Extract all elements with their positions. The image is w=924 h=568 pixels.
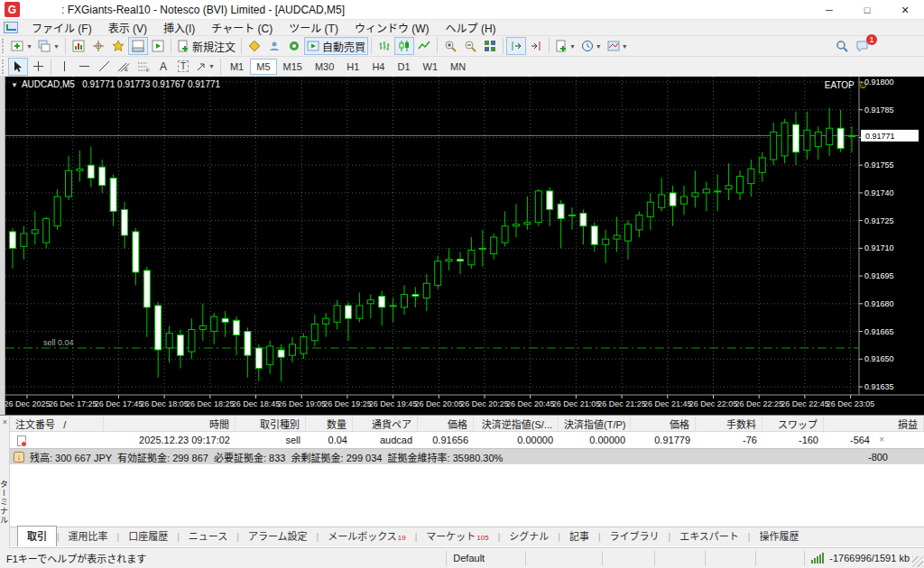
column-header-10[interactable]: スワップ xyxy=(762,417,824,431)
close-position-icon[interactable]: × xyxy=(879,435,884,444)
status-cell xyxy=(603,551,655,566)
chart-shift-button[interactable] xyxy=(526,37,546,55)
svg-text:26 Dec 22:25: 26 Dec 22:25 xyxy=(735,399,783,408)
periods-button[interactable]: ▼ xyxy=(578,37,605,55)
column-header-0[interactable]: 注文番号 / xyxy=(10,417,104,431)
toolbar-grip[interactable] xyxy=(2,60,6,74)
candlestick-chart-button[interactable] xyxy=(394,37,414,55)
notifications-icon[interactable]: 1 xyxy=(852,37,872,55)
tab-11[interactable]: 操作履歴 xyxy=(750,526,808,546)
bar-chart-button[interactable] xyxy=(374,37,394,55)
horizontal-line-tool-button[interactable] xyxy=(74,58,94,76)
line-chart-button[interactable] xyxy=(414,37,434,55)
tile-windows-button[interactable] xyxy=(480,37,500,55)
timeframe-m30-button[interactable]: M30 xyxy=(309,59,340,75)
community-button[interactable] xyxy=(264,37,284,55)
column-header-2[interactable]: 取引種別 xyxy=(236,417,306,431)
menu-item-1[interactable]: 表示 (V) xyxy=(100,19,155,36)
column-header-6[interactable]: 決済逆指値(S/... xyxy=(474,417,559,431)
strategy-tester-button[interactable] xyxy=(148,37,168,55)
menu-item-4[interactable]: ツール (T) xyxy=(281,19,346,36)
cursor-tool-button[interactable] xyxy=(8,58,28,76)
tab-1[interactable]: 運用比率 xyxy=(60,526,117,546)
column-header-5[interactable]: 価格 xyxy=(418,417,474,431)
menu-item-6[interactable]: ヘルプ (H) xyxy=(438,19,504,36)
new-chart-button[interactable]: ▼ xyxy=(8,37,35,55)
trendline-tool-button[interactable] xyxy=(94,58,114,76)
vertical-line-tool-button[interactable] xyxy=(54,58,74,76)
timeframe-w1-button[interactable]: W1 xyxy=(417,59,445,75)
tab-5[interactable]: メールボックス19 xyxy=(319,526,415,546)
templates-button[interactable]: ▼ xyxy=(605,37,631,55)
tab-3[interactable]: ニュース xyxy=(180,526,236,546)
menu-item-0[interactable]: ファイル (F) xyxy=(23,19,100,36)
channel-tool-button[interactable]: E xyxy=(114,58,134,76)
crosshair-tool-button[interactable] xyxy=(28,58,48,76)
tab-9[interactable]: ライブラリ xyxy=(601,526,669,546)
symbol-dropdown-icon[interactable]: ▼ xyxy=(11,81,18,89)
column-header-4[interactable]: 通貨ペア xyxy=(353,417,418,431)
column-header-3[interactable]: 数量 xyxy=(306,417,353,431)
ea-smiley-icon[interactable]: ☺ xyxy=(858,79,868,90)
auto-trading-button[interactable]: 自動売買 xyxy=(304,37,368,55)
tab-7[interactable]: シグナル xyxy=(500,526,558,546)
navigator-button[interactable] xyxy=(108,37,128,55)
column-header-11[interactable]: 損益 xyxy=(824,417,924,431)
timeframe-h4-button[interactable]: H4 xyxy=(365,59,391,75)
terminal-button[interactable] xyxy=(128,37,148,55)
terminal-close-icon[interactable]: × xyxy=(1,417,9,426)
tab-8[interactable]: 記事 xyxy=(560,526,598,546)
window-title: : FXGiants-Real10 - Notesco (BVI) Limite… xyxy=(61,4,345,16)
auto-scroll-button[interactable] xyxy=(506,37,526,55)
search-icon[interactable] xyxy=(832,37,852,55)
svg-text:26 Dec 18:45: 26 Dec 18:45 xyxy=(232,399,281,408)
data-window-button[interactable] xyxy=(88,37,108,55)
terminal-gutter: × ターミナル xyxy=(0,416,10,548)
market-watch-button[interactable] xyxy=(69,37,88,55)
text-tool-button[interactable]: A xyxy=(153,58,173,76)
metaeditor-button[interactable] xyxy=(245,37,264,55)
drawing-toolbar: E F A T ▼ M1M5M15M30H1H4D1W1MN xyxy=(0,57,924,77)
column-header-8[interactable]: 価格 xyxy=(631,417,696,431)
svg-text:0.91680: 0.91680 xyxy=(864,299,894,308)
new-order-button[interactable]: 新規注文 xyxy=(174,37,238,55)
maximize-button[interactable]: □ xyxy=(848,0,886,20)
tab-4[interactable]: アラーム設定 xyxy=(239,526,317,546)
tab-2[interactable]: 口座履歴 xyxy=(119,526,177,546)
status-connection[interactable]: -1766996/1591 kb xyxy=(805,551,924,566)
text-label-tool-button[interactable]: T xyxy=(173,58,193,76)
profiles-button[interactable]: ▼ xyxy=(35,37,62,55)
arrows-tool-button[interactable]: ▼ xyxy=(193,58,217,76)
menu-item-2[interactable]: 挿入(I) xyxy=(155,19,203,36)
timeframe-mn-button[interactable]: MN xyxy=(444,59,472,75)
timeframe-d1-button[interactable]: D1 xyxy=(391,59,416,75)
timeframe-m15-button[interactable]: M15 xyxy=(277,59,309,75)
connection-button[interactable] xyxy=(284,37,304,55)
order-row[interactable]: 2025.12.23 09:17:02sell0.04audcad0.91656… xyxy=(10,432,924,448)
status-profile[interactable]: Default xyxy=(447,551,526,566)
traffic-text: -1766996/1591 kb xyxy=(829,553,910,563)
menu-item-3[interactable]: チャート (C) xyxy=(203,19,281,36)
tab-10[interactable]: エキスパート xyxy=(670,526,748,546)
timeframe-m1-button[interactable]: M1 xyxy=(224,59,250,75)
column-header-7[interactable]: 決済指値(T/P) xyxy=(559,417,631,431)
timeframe-m5-button[interactable]: M5 xyxy=(250,59,276,75)
close-button[interactable]: ✕ xyxy=(886,0,924,20)
resize-grip[interactable] xyxy=(912,556,923,567)
price-chart[interactable]: 26 Dec 202526 Dec 17:2526 Dec 17:4526 De… xyxy=(0,77,924,415)
zoom-out-button[interactable] xyxy=(460,37,480,55)
column-header-1[interactable]: 時間 xyxy=(104,417,236,431)
timeframe-h1-button[interactable]: H1 xyxy=(340,59,365,75)
column-header-9[interactable]: 手数料 xyxy=(696,417,762,431)
fibonacci-tool-button[interactable]: F xyxy=(134,58,153,76)
zoom-in-button[interactable] xyxy=(440,37,460,55)
indicators-button[interactable]: ▼ xyxy=(552,37,578,55)
tab-6[interactable]: マーケット105 xyxy=(417,526,497,546)
order-cell-9: -76 xyxy=(696,435,762,445)
toolbar-grip[interactable] xyxy=(2,39,6,53)
chart-document-icon[interactable] xyxy=(4,22,18,33)
minimize-button[interactable]: ─ xyxy=(810,0,848,20)
menu-item-5[interactable]: ウィンドウ (W) xyxy=(346,19,438,36)
tab-0-active[interactable]: 取引 xyxy=(17,526,57,546)
balance-row[interactable]: ↓ 残高: 300 667 JPY 有効証拠金: 299 867 必要証拠金: … xyxy=(10,448,924,464)
